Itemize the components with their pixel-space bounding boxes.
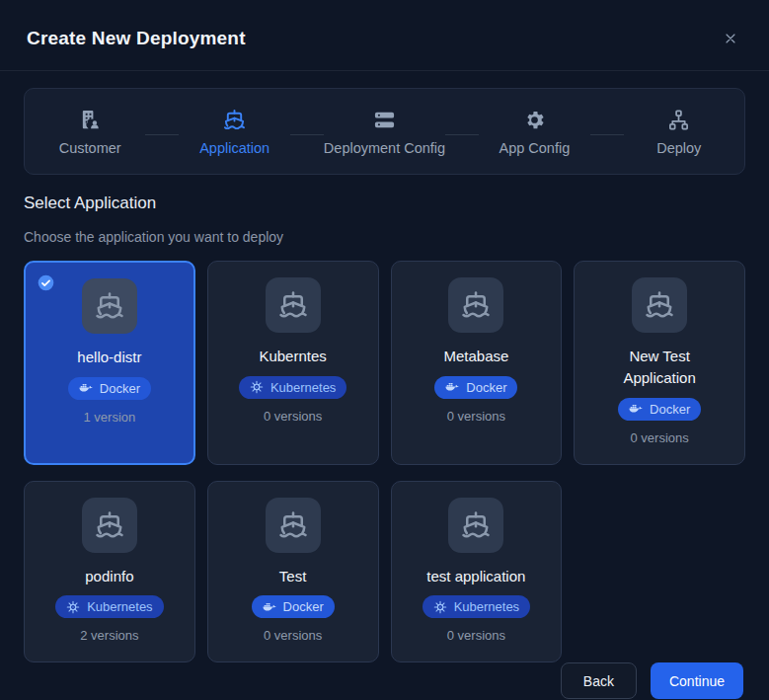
app-versions: 0 versions xyxy=(631,430,689,445)
step-application[interactable]: Application xyxy=(179,109,289,156)
runtime-label: Docker xyxy=(466,380,506,395)
runtime-label: Docker xyxy=(283,599,324,614)
app-name: podinfo xyxy=(85,566,133,587)
continue-button[interactable]: Continue xyxy=(651,662,743,699)
app-versions: 0 versions xyxy=(264,628,322,643)
sitemap-icon xyxy=(667,109,690,131)
step-connector xyxy=(290,134,324,135)
app-card-test[interactable]: TestDocker0 versions xyxy=(207,481,379,663)
modal-header: Create New Deployment xyxy=(0,0,769,71)
modal-content: CustomerApplicationDeployment ConfigApp … xyxy=(0,71,769,662)
app-card-test-application[interactable]: test applicationKubernetes0 versions xyxy=(391,481,563,663)
docker-whale-icon xyxy=(79,381,93,395)
app-ship-icon xyxy=(632,277,687,333)
runtime-label: Docker xyxy=(100,381,140,396)
app-card-hello-distr[interactable]: hello-distrDocker1 version xyxy=(24,261,195,465)
modal-footer: Back Continue xyxy=(0,662,769,700)
back-button[interactable]: Back xyxy=(561,662,637,699)
app-versions: 0 versions xyxy=(447,628,505,643)
app-card-metabase[interactable]: MetabaseDocker0 versions xyxy=(391,261,563,465)
step-label: App Config xyxy=(500,140,571,156)
app-versions: 0 versions xyxy=(264,409,322,424)
modal-title: Create New Deployment xyxy=(27,28,246,49)
section-title: Select Application xyxy=(24,194,745,213)
app-name: Kuberntes xyxy=(259,346,326,367)
step-connector xyxy=(590,134,624,135)
step-customer[interactable]: Customer xyxy=(35,109,145,156)
app-versions: 0 versions xyxy=(447,409,505,424)
docker-whale-icon xyxy=(263,600,276,614)
runtime-badge: Docker xyxy=(68,377,151,400)
app-card-kuberntes[interactable]: KuberntesKubernetes0 versions xyxy=(207,261,379,465)
app-ship-icon xyxy=(448,277,503,333)
gear-icon xyxy=(523,109,546,131)
runtime-badge: Kubernetes xyxy=(55,595,164,618)
runtime-badge: Kubernetes xyxy=(423,595,531,618)
app-card-new-test-application[interactable]: New Test ApplicationDocker0 versions xyxy=(574,261,745,465)
step-deployment-config[interactable]: Deployment Config xyxy=(324,109,445,156)
app-name: hello-distr xyxy=(77,347,141,368)
step-label: Deployment Config xyxy=(324,140,445,156)
kubernetes-helm-icon xyxy=(250,380,264,394)
runtime-label: Kubernetes xyxy=(454,599,520,614)
kubernetes-helm-icon xyxy=(66,600,80,614)
step-label: Application xyxy=(199,140,269,156)
create-deployment-modal: Create New Deployment CustomerApplicatio… xyxy=(0,0,769,700)
step-deploy[interactable]: Deploy xyxy=(624,109,734,156)
selected-check-icon xyxy=(38,274,54,291)
app-ship-icon xyxy=(266,498,321,553)
runtime-label: Kubernetes xyxy=(87,599,153,614)
docker-whale-icon xyxy=(445,380,459,394)
building-user-icon xyxy=(79,109,102,131)
app-ship-icon xyxy=(266,277,321,333)
runtime-label: Docker xyxy=(650,402,690,417)
runtime-badge: Docker xyxy=(434,376,517,399)
server-icon xyxy=(373,109,396,131)
runtime-badge: Kubernetes xyxy=(239,376,347,399)
close-icon[interactable] xyxy=(720,28,741,49)
application-grid: hello-distrDocker1 versionKuberntesKuber… xyxy=(24,261,745,662)
step-label: Customer xyxy=(59,140,121,156)
runtime-label: Kubernetes xyxy=(270,380,337,395)
app-ship-icon xyxy=(448,498,503,553)
app-name: Metabase xyxy=(443,346,508,367)
app-name: Test xyxy=(279,566,307,587)
app-card-podinfo[interactable]: podinfoKubernetes2 versions xyxy=(24,481,195,663)
app-versions: 1 version xyxy=(84,410,136,425)
runtime-badge: Docker xyxy=(252,595,335,618)
app-name: test application xyxy=(426,566,525,587)
app-versions: 2 versions xyxy=(80,628,138,643)
runtime-badge: Docker xyxy=(618,398,701,421)
step-connector xyxy=(445,134,479,135)
step-label: Deploy xyxy=(656,140,701,156)
app-ship-icon xyxy=(82,278,137,334)
app-ship-icon xyxy=(82,498,137,553)
section-subtitle: Choose the application you want to deplo… xyxy=(24,229,745,245)
ship-icon xyxy=(223,109,246,131)
docker-whale-icon xyxy=(629,402,643,416)
wizard-stepper: CustomerApplicationDeployment ConfigApp … xyxy=(24,88,745,175)
app-name: New Test Application xyxy=(596,346,723,389)
step-connector xyxy=(145,134,179,135)
kubernetes-helm-icon xyxy=(433,600,447,614)
step-app-config[interactable]: App Config xyxy=(479,109,589,156)
